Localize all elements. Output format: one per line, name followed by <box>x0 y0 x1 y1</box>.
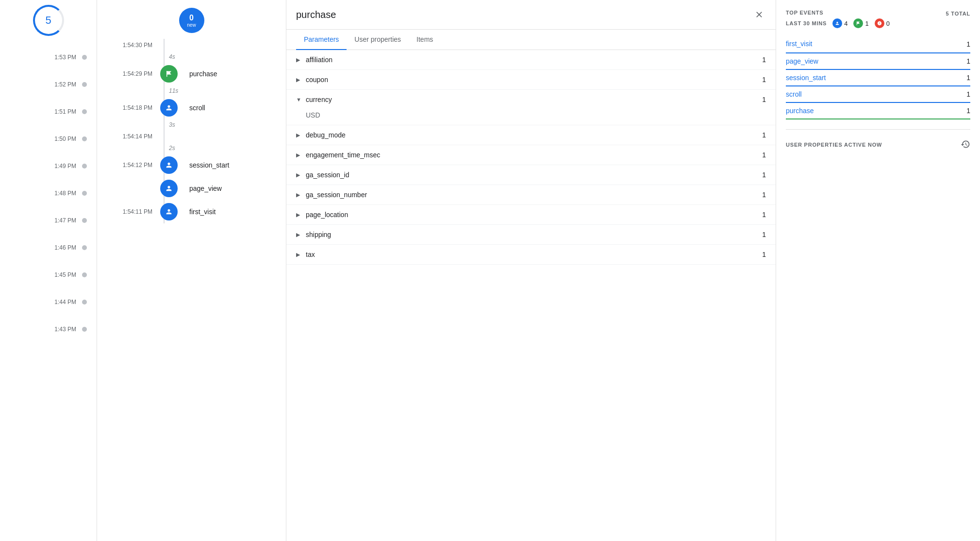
timeline-time: 1:44 PM <box>54 299 76 305</box>
event-stat-page-view: page_view 1 <box>786 53 970 70</box>
event-stat-name-scroll[interactable]: scroll <box>786 90 802 98</box>
timeline-time: 1:53 PM <box>54 54 76 61</box>
tab-user-properties[interactable]: User properties <box>347 30 409 50</box>
timeline-item: 1:46 PM <box>0 234 87 261</box>
flag-icon <box>165 70 173 78</box>
detail-header: purchase <box>286 0 776 30</box>
param-row-engagement[interactable]: ▶ engagement_time_msec 1 <box>286 145 776 165</box>
timeline-item: 1:43 PM <box>0 316 87 343</box>
person-icon-2 <box>165 161 173 169</box>
gap-label-3: 3s <box>160 121 175 128</box>
param-count-page-location: 1 <box>762 211 766 219</box>
new-events-badge: 0 new <box>179 8 204 33</box>
param-name-currency: currency <box>306 96 762 103</box>
event-stat-count-scroll: 1 <box>966 90 970 98</box>
tab-items[interactable]: Items <box>409 30 441 50</box>
event-row-scroll[interactable]: 1:54:18 PM scroll <box>107 96 276 119</box>
timeline-dot <box>82 82 87 87</box>
scroll-icon <box>160 99 178 117</box>
top-events-header: TOP EVENTS 5 TOTAL <box>786 10 970 17</box>
detail-tabs: Parameters User properties Items <box>286 30 776 50</box>
user-count: 5 <box>45 14 51 27</box>
param-row-affiliation[interactable]: ▶ affiliation 1 <box>286 50 776 70</box>
event-stat-first-visit: first_visit 1 <box>786 36 970 53</box>
total-label: 5 TOTAL <box>946 11 970 17</box>
expand-icon-affiliation: ▶ <box>296 57 306 63</box>
warning-icon-badge <box>877 21 882 26</box>
event-stat-session-start: session_start 1 <box>786 70 970 86</box>
session-header-row: 1:54:30 PM <box>107 39 276 51</box>
event-stat-name-first-visit[interactable]: first_visit <box>786 40 812 49</box>
event-stat-scroll: scroll 1 <box>786 86 970 103</box>
person-icon-3 <box>165 185 173 192</box>
param-count-tax: 1 <box>762 251 766 258</box>
event-time-first-visit: 1:54:11 PM <box>107 208 160 215</box>
gap-label-4: 2s <box>160 145 175 152</box>
param-row-debug-mode[interactable]: ▶ debug_mode 1 <box>286 125 776 145</box>
timeline-dot <box>82 327 87 332</box>
param-row-tax[interactable]: ▶ tax 1 <box>286 245 776 265</box>
badge-count-green: 1 <box>865 20 868 27</box>
event-stat-count-session-start: 1 <box>966 74 970 82</box>
event-stats-list: first_visit 1 page_view 1 session_start … <box>786 36 970 119</box>
event-stat-count-purchase: 1 <box>966 107 970 115</box>
expand-icon-shipping: ▶ <box>296 232 306 238</box>
event-name-session-start: session_start <box>189 161 229 169</box>
param-count-ga-session-id: 1 <box>762 171 766 179</box>
timeline-item: 1:44 PM <box>0 288 87 316</box>
timeline-item: 1:48 PM <box>0 180 87 207</box>
currency-value: USD <box>286 109 776 125</box>
param-count-shipping: 1 <box>762 231 766 238</box>
badge-count-orange: 0 <box>886 20 890 27</box>
timeline-dot <box>82 245 87 250</box>
history-icon[interactable] <box>961 139 970 152</box>
gap-label: 4s <box>160 53 175 60</box>
badge-green: 1 <box>853 18 868 28</box>
badge-icon-blue <box>832 18 842 28</box>
param-name-affiliation: affiliation <box>306 56 762 64</box>
gap-row: 4s <box>107 51 276 62</box>
detail-body: ▶ affiliation 1 ▶ coupon 1 ▼ currency 1 … <box>286 50 776 541</box>
event-name-page-view: page_view <box>189 185 222 192</box>
param-row-currency[interactable]: ▼ currency 1 <box>286 90 776 109</box>
badge-count-blue: 4 <box>844 20 847 27</box>
divider <box>786 129 970 130</box>
first-visit-icon <box>160 203 178 220</box>
param-row-shipping[interactable]: ▶ shipping 1 <box>286 225 776 245</box>
param-row-ga-session-number[interactable]: ▶ ga_session_number 1 <box>286 185 776 205</box>
event-row-session-start[interactable]: 1:54:12 PM session_start <box>107 153 276 177</box>
param-name-debug-mode: debug_mode <box>306 131 762 139</box>
expand-icon-coupon: ▶ <box>296 77 306 83</box>
event-row-empty: 1:54:14 PM <box>107 130 276 143</box>
event-row-purchase[interactable]: 1:54:29 PM purchase <box>107 62 276 85</box>
event-stat-name-purchase[interactable]: purchase <box>786 107 814 115</box>
gap-row-2: 11s <box>107 85 276 96</box>
expand-icon-ga-session-id: ▶ <box>296 172 306 178</box>
timeline-time: 1:43 PM <box>54 326 76 333</box>
param-row-coupon[interactable]: ▶ coupon 1 <box>286 70 776 90</box>
event-stat-name-page-view[interactable]: page_view <box>786 57 818 65</box>
event-row-first-visit[interactable]: 1:54:11 PM first_visit <box>107 200 276 223</box>
event-row-page-view[interactable]: page_view <box>107 177 276 200</box>
param-name-ga-session-number: ga_session_number <box>306 191 762 199</box>
event-stat-name-session-start[interactable]: session_start <box>786 74 826 82</box>
timeline-time: 1:48 PM <box>54 190 76 197</box>
event-time-scroll: 1:54:18 PM <box>107 104 160 111</box>
param-row-ga-session-id[interactable]: ▶ ga_session_id 1 <box>286 165 776 185</box>
left-timeline-panel: 5 1:53 PM 1:52 PM 1:51 PM 1:50 PM 1:49 P… <box>0 0 97 541</box>
person-icon-badge <box>835 21 840 26</box>
param-row-page-location[interactable]: ▶ page_location 1 <box>286 205 776 225</box>
user-props-title: USER PROPERTIES ACTIVE NOW <box>786 142 882 148</box>
timeline-time: 1:51 PM <box>54 108 76 115</box>
spacer <box>160 45 178 46</box>
history-svg-icon <box>961 139 970 149</box>
tab-parameters[interactable]: Parameters <box>296 30 347 50</box>
expand-icon-engagement: ▶ <box>296 152 306 158</box>
detail-panel: purchase Parameters User properties Item… <box>286 0 776 541</box>
timeline-item: 1:45 PM <box>0 261 87 288</box>
timeline-dot <box>82 272 87 277</box>
timeline-time: 1:45 PM <box>54 271 76 278</box>
close-icon <box>754 10 764 19</box>
close-button[interactable] <box>752 8 766 21</box>
user-count-circle: 5 <box>33 5 64 36</box>
